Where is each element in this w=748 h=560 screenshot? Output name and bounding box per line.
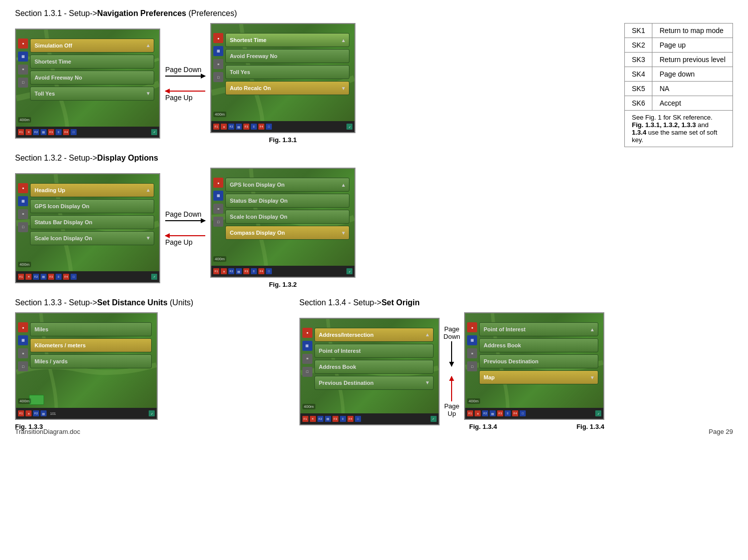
gps-menu-132-right: GPS Icon Display On ▲ Status Bar Display… [225,178,349,240]
section-133-block: Section 1.3.3 - Setup->Set Distance Unit… [15,298,289,430]
page-up-label-132: Page Up [165,238,192,246]
gps-toolbar-134-left: F1 ✕ F2 ▤ F3 ≡ F4 □ ✓ [300,413,439,424]
sk6-value: Accept [652,96,733,111]
menu-item-2: Avoid Freeway No [30,71,154,85]
page-container: Section 1.3.1 - Setup->Navigation Prefer… [0,0,748,440]
gps-screen-132-right: ● ▦ ≡ □ GPS Icon Display On ▲ Status Bar… [210,168,355,278]
menu-134-r-0: Point of Interest ▲ [479,322,598,336]
menu-134-l-0: Address/Intersection ▲ [314,328,434,342]
page-up-label-131: Page Up [165,94,192,102]
tb-x-r: ✕ [221,124,227,130]
tb-f2-r: F2 [228,124,234,130]
gps-icon-gray: ≡ [18,65,28,75]
gps-toolbar-131-right: F1 ✕ F2 ▤ F3 ≡ F4 □ ✓ [211,121,354,132]
sk-note: See Fig. 1 for SK reference. Fig. 1.3.1,… [625,111,733,147]
gps-toolbar-133: F1 ✕ F2 ▤ 101 ✓ [16,408,157,419]
v-arrow-up-134 [451,376,452,401]
arrow-container-132: Page Down Page Up [165,210,205,246]
gps-icon-gray-r: ≡ [213,59,223,69]
gps-screen-134-right: ● ▦ ≡ □ Point of Interest ▲ Address Book… [464,312,604,420]
menu-134-r-2: Previous Destination [479,354,598,368]
menu-133-2: Miles / yards [30,354,152,368]
gps-screen-131-right: ● ▦ ≡ □ Shortest Time ▲ Avoid Freeway No… [210,23,355,133]
gps-distance-131-left: 400m [18,117,31,123]
page-down-label-134: PageDown [444,325,460,340]
menu-134-l-2: Address Book [314,360,434,374]
arrow-right-131 [165,76,205,77]
sk4-key: SK4 [625,67,652,82]
sk4-value: Page down [652,67,733,82]
menu-132-l-3: Scale Icon Display On ▼ [30,231,154,245]
gps-menu-132-left: Heading Up ▲ GPS Icon Display On Status … [30,183,154,245]
gps-toolbar-132-right: F1 ✕ F2 ▤ F3 ≡ F4 □ ✓ [211,266,354,277]
gps-icon-red-r: ● [213,33,223,43]
gps-screen-131-left: ● ▦ ≡ □ Simulation Off ▲ Shortest Time A… [15,29,160,139]
gps-distance-134-left: 400m [302,404,315,409]
gps-icon-132-r-4: □ [213,217,223,227]
menu-item-1: Shortest Time [30,55,154,69]
tb-f4: F4 [63,129,69,135]
sk-row-1: SK1 Return to map mode [625,24,733,38]
menu-132-r-0: GPS Icon Display On ▲ [225,178,349,192]
menu-item-3: Toll Yes ▼ [30,87,154,101]
gps-icon-132-r-3: ≡ [213,204,223,214]
tb-check-r: ✓ [346,124,352,130]
sk5-value: NA [652,82,733,96]
tb-f3-r: F3 [243,124,249,130]
tb-lines: ≡ [56,129,62,135]
sk5-key: SK5 [625,82,652,96]
v-arrow-down-134 [451,341,452,366]
tb-x: ✕ [26,129,32,135]
sk3-value: Return previous level [652,53,733,67]
gps-icon-132-l-2: ▦ [18,196,28,206]
gps-menu-131-right: Shortest Time ▲ Avoid Freeway No Toll Ye… [225,33,349,95]
section-134-block: Section 1.3.4 - Setup->Set Origin ● [299,298,604,430]
v-arrow-line-up-134 [451,376,452,401]
sk1-value: Return to map mode [652,24,733,38]
section-134-title: Section 1.3.4 - Setup->Set Origin [299,298,604,307]
fig-131-caption: Fig. 1.3.1 [210,136,355,144]
menu-133-0: Miles [30,322,152,336]
v-arrow-line-down-134 [451,341,452,366]
sk-table-column: SK1 Return to map mode SK2 Page up SK3 R… [614,23,733,430]
sk-row-6: SK6 Accept [625,96,733,111]
gps-distance-133: 400m [18,398,31,404]
footer-right: Page 29 [709,428,733,435]
section-133-title: Section 1.3.3 - Setup->Set Distance Unit… [15,298,289,307]
tb-doc: ▤ [41,129,47,135]
gps-icon-132-r-1: ● [213,178,223,188]
sk-table: SK1 Return to map mode SK2 Page up SK3 R… [624,23,733,147]
menu-item-r3: Auto Recalc On ▼ [225,81,349,95]
menu-132-r-3: Compass Display On ▼ [225,226,349,240]
page-up-label-134: PageUp [444,402,459,417]
gps-distance-132-right: 400m [213,256,226,262]
tb-lines-r: ≡ [251,124,257,130]
menu-item-r1: Avoid Freeway No [225,49,349,63]
tb-f3: F3 [48,129,54,135]
gps-distance-132-left: 400m [18,262,31,267]
gps-icon-132-l-1: ● [18,183,28,193]
arrow-line-right-131 [165,76,205,77]
sk-row-4: SK4 Page down [625,67,733,82]
diagram-132-right: ● ▦ ≡ □ GPS Icon Display On ▲ Status Bar… [210,168,355,288]
gps-distance-134-right: 400m [467,398,480,404]
diagram-134-container: ● ▦ ≡ □ Address/Intersection ▲ Point of … [299,312,604,430]
tb-sq: □ [71,129,77,135]
gps-icon-gray2-r: □ [213,72,223,82]
gps-icons-133: ● ▦ ≡ □ [18,322,28,371]
gps-menu-133: Miles Kilometers / meters Miles / yards [30,322,152,368]
tb-sq-r: □ [266,124,272,130]
menu-132-l-0: Heading Up ▲ [30,183,154,197]
gps-toolbar-134-right: F1 ✕ F2 ▤ F3 ≡ F4 □ ✓ [465,408,603,419]
tb-check: ✓ [151,129,157,135]
gps-icons-131-right: ● ▦ ≡ □ [213,33,223,82]
sk-row-3: SK3 Return previous level [625,53,733,67]
tb-f2: F2 [33,129,39,135]
fig-132-caption: Fig. 1.3.2 [210,281,355,288]
gps-menu-131-left: Simulation Off ▲ Shortest Time Avoid Fre… [30,39,154,101]
sk-row-5: SK5 NA [625,82,733,96]
gps-distance-131-right: 400m [213,112,226,117]
menu-item-r0: Shortest Time ▲ [225,33,349,47]
menu-134-l-3: Previous Destination ▼ [314,376,434,390]
footer-left: TransitionDiagram.doc [15,428,80,435]
